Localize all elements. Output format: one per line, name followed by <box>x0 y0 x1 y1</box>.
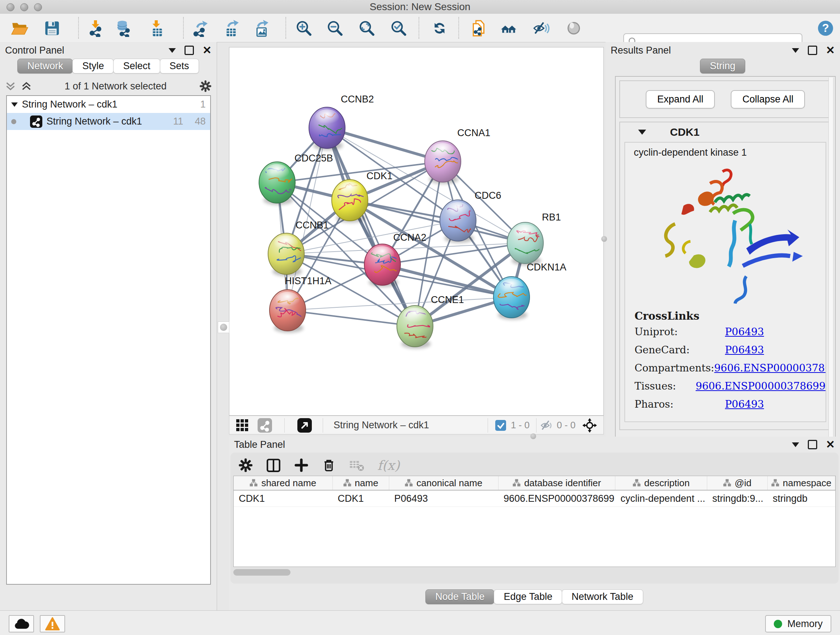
column-header-namespace[interactable]: namespace <box>767 476 835 490</box>
sphere-icon[interactable] <box>564 19 583 38</box>
network-row[interactable]: String Network – cdk1 11 48 <box>7 113 210 130</box>
minimize-window-button[interactable] <box>20 3 28 11</box>
warning-button[interactable] <box>40 615 65 632</box>
right-splitter-handle[interactable] <box>601 236 607 242</box>
collapse-all-icon[interactable] <box>5 81 16 92</box>
table-cell[interactable]: stringdb:9... <box>707 491 767 507</box>
network-node-HIST1H1A[interactable]: HIST1H1A <box>270 276 332 333</box>
network-view[interactable]: CCNB2CCNA1CDC25BCDK1CDC6RB1CCNB1CCNA2CDK… <box>229 47 604 416</box>
network-node-CCNB2[interactable]: CCNB2 <box>309 94 374 150</box>
help-icon[interactable]: ? <box>816 19 835 38</box>
tab-select[interactable]: Select <box>113 59 160 73</box>
birds-eye-icon[interactable] <box>583 418 597 432</box>
import-database-icon[interactable] <box>114 19 133 38</box>
tab-style[interactable]: Style <box>73 59 114 73</box>
delete-column-icon[interactable] <box>322 458 336 472</box>
column-header-description[interactable]: description <box>615 476 707 490</box>
panel-menu-icon[interactable] <box>792 48 799 53</box>
import-table-icon[interactable] <box>148 19 166 38</box>
document-share-icon[interactable] <box>470 19 488 38</box>
crosslink-link[interactable]: P06493 <box>725 398 764 410</box>
collection-expand-icon[interactable] <box>11 103 18 107</box>
save-icon[interactable] <box>43 19 62 38</box>
crosslink-link[interactable]: P06493 <box>725 344 764 356</box>
table-cell[interactable]: CDK1 <box>333 491 389 507</box>
column-header-@id[interactable]: @id <box>707 476 767 490</box>
panel-close-icon[interactable]: ✕ <box>826 441 835 448</box>
zoom-fit-icon[interactable] <box>357 19 376 38</box>
table-cell[interactable]: cyclin-dependent ... <box>615 491 707 507</box>
table-gear-icon[interactable] <box>238 458 253 472</box>
refresh-icon[interactable] <box>430 19 449 38</box>
crosslink-link[interactable]: P06493 <box>725 326 764 338</box>
window-controls <box>6 3 42 11</box>
tab-node-table[interactable]: Node Table <box>425 589 494 604</box>
zoom-in-icon[interactable] <box>294 19 313 38</box>
table-horizontal-scrollbar[interactable] <box>233 569 291 576</box>
table-cell[interactable]: 9606.ENSP00000378699 <box>499 491 615 507</box>
export-table-icon[interactable] <box>222 19 241 38</box>
cloud-icon <box>13 616 29 631</box>
tab-string[interactable]: String <box>700 59 745 73</box>
tab-network-table[interactable]: Network Table <box>562 589 643 604</box>
panel-menu-icon[interactable] <box>792 442 799 447</box>
expand-all-icon[interactable] <box>21 81 32 92</box>
gear-icon[interactable] <box>199 80 212 92</box>
zoom-window-button[interactable] <box>34 3 42 11</box>
memory-button[interactable]: Memory <box>765 615 831 632</box>
network-edge[interactable] <box>327 128 415 326</box>
results-scrollbar[interactable] <box>829 78 834 437</box>
node-table[interactable]: shared namenamecanonical namedatabase id… <box>233 476 836 567</box>
zoom-selected-icon[interactable] <box>389 19 408 38</box>
panel-menu-icon[interactable] <box>169 48 176 53</box>
panel-close-icon[interactable]: ✕ <box>202 47 212 54</box>
node-label: HIST1H1A <box>285 276 332 287</box>
panel-float-icon[interactable] <box>808 440 817 449</box>
column-header-canonical-name[interactable]: canonical name <box>389 476 499 490</box>
network-node-RB1[interactable]: RB1 <box>507 212 561 265</box>
table-cell[interactable]: stringdb <box>767 491 835 507</box>
export-network-icon[interactable] <box>191 19 210 38</box>
export-image-icon[interactable] <box>252 19 271 38</box>
table-cell[interactable]: CDK1 <box>234 491 333 507</box>
bottom-splitter-handle[interactable] <box>531 433 536 439</box>
crosslink-link[interactable]: 9606.ENSP00000378699 <box>696 380 826 392</box>
network-node-CDKN1A[interactable]: CDKN1A <box>493 262 567 320</box>
left-splitter-handle[interactable] <box>218 321 229 333</box>
tab-sets[interactable]: Sets <box>160 59 199 73</box>
network-collection-row[interactable]: String Network – cdk1 1 <box>7 96 210 113</box>
close-window-button[interactable] <box>6 3 14 11</box>
crosslink-link[interactable]: 9606.ENSP00000378699 <box>714 362 826 374</box>
cloud-button[interactable] <box>9 615 34 632</box>
protein-card-collapse-icon[interactable] <box>638 130 646 135</box>
selected-checkbox-icon[interactable] <box>493 418 508 432</box>
collapse-all-button[interactable]: Collapse All <box>731 90 805 109</box>
homes-icon[interactable] <box>499 19 518 38</box>
tab-edge-table[interactable]: Edge Table <box>494 589 562 604</box>
grid-view-icon[interactable] <box>235 418 249 432</box>
hidden-eye-slash-icon[interactable] <box>540 418 554 432</box>
column-header-name[interactable]: name <box>333 476 389 490</box>
add-column-icon[interactable] <box>294 458 309 472</box>
expand-all-button[interactable]: Expand All <box>646 90 715 109</box>
zoom-out-icon[interactable] <box>325 19 344 38</box>
share-view-icon[interactable] <box>257 418 272 432</box>
panel-float-icon[interactable] <box>808 46 817 55</box>
column-header-shared-name[interactable]: shared name <box>234 476 333 490</box>
open-folder-icon[interactable] <box>10 19 29 38</box>
network-node-CCNE1[interactable]: CCNE1 <box>397 295 464 348</box>
table-cell[interactable]: P06493 <box>389 491 499 507</box>
network-node-CCNB1[interactable]: CCNB1 <box>268 220 329 276</box>
open-external-icon[interactable] <box>297 418 312 432</box>
column-header-database-identifier[interactable]: database identifier <box>499 476 615 490</box>
eye-slash-icon[interactable] <box>532 19 551 38</box>
table-row[interactable]: CDK1CDK1P064939606.ENSP00000378699cyclin… <box>234 491 835 507</box>
crosslink-row: Compartments:9606.ENSP00000378699 <box>635 362 826 374</box>
tab-network[interactable]: Network <box>17 59 73 73</box>
network-graph[interactable]: CCNB2CCNA1CDC25BCDK1CDC6RB1CCNB1CCNA2CDK… <box>229 48 603 415</box>
panel-close-icon[interactable]: ✕ <box>826 47 835 54</box>
panel-float-icon[interactable] <box>185 46 194 55</box>
show-columns-icon[interactable] <box>266 458 281 473</box>
network-edge[interactable] <box>287 310 415 326</box>
import-network-icon[interactable] <box>87 19 106 38</box>
